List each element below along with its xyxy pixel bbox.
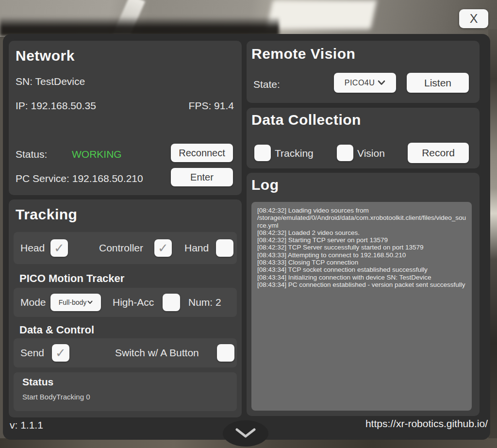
switch-a-button-label: Switch w/ A Button [115,347,199,359]
reconnect-button[interactable]: Reconnect [171,144,233,162]
state-label: State: [253,79,280,90]
log-entry: [08:43:33] Attempting to connect to 192.… [257,251,466,259]
tracking-panel: Tracking Head ✓ Controller ✓ Hand ✓ PICO… [9,199,242,417]
status-value: WORKING [72,149,122,160]
tracking-status-title: Status [22,376,53,388]
tracking-sources-row: Head ✓ Controller ✓ Hand ✓ [14,232,237,264]
log-entry: [08:42:32] TCP Server successfully start… [257,244,466,251]
chevron-down-icon [234,427,257,439]
pico-motion-tracker-row: Mode Full-body High-Acc ✓ Num: 2 [14,288,237,317]
device-dropdown[interactable]: PICO4U [334,73,396,93]
minimize-tab[interactable] [223,420,268,447]
chevron-down-icon [87,300,93,304]
log-entry: [08:43:34] TCP socket connection establi… [257,266,466,273]
send-label: Send [20,347,44,359]
log-title: Log [251,177,279,193]
serial-number: SN: TestDevice [16,76,85,87]
log-output[interactable]: [08:42:32] Loading video sources from /s… [251,202,472,411]
mode-label: Mode [20,297,46,308]
ceiling-light [267,0,377,29]
main-window: Network SN: TestDevice IP: 192.168.50.35… [3,34,490,440]
network-panel: Network SN: TestDevice IP: 192.168.50.35… [9,41,242,195]
check-icon: ✓ [158,242,168,254]
collect-vision-checkbox[interactable]: ✓ [337,145,353,161]
head-checkbox[interactable]: ✓ [50,239,68,257]
device-dropdown-value: PICO4U [345,79,375,87]
close-button[interactable]: X [459,9,488,28]
collect-tracking-label: Tracking [275,148,314,159]
chevron-down-icon [378,80,385,85]
controller-checkbox[interactable]: ✓ [154,239,172,257]
check-icon: ✓ [54,242,65,254]
log-panel: Log [08:42:32] Loading video sources fro… [247,173,480,416]
controller-label: Controller [99,242,143,254]
check-icon: ✓ [55,347,66,359]
tracking-status-message: Start BodyTracking 0 [22,393,90,401]
collect-vision-label: Vision [357,148,385,159]
mode-dropdown-value: Full-body [59,299,87,306]
tracking-title: Tracking [16,206,77,223]
data-control-row: Send ✓ Switch w/ A Button ✓ [14,338,237,367]
high-acc-label: High-Acc [113,297,154,308]
log-entry: [08:43:33] Closing TCP connection [257,259,466,266]
network-title: Network [16,48,75,64]
app-root: X Network SN: TestDevice IP: 192.168.50.… [0,0,497,448]
remote-vision-title: Remote Vision [251,46,355,62]
mode-dropdown[interactable]: Full-body [50,294,101,311]
hand-label: Hand [184,242,209,254]
log-entry: [08:43:34] Initializing connection with … [257,274,466,281]
status-label: Status: [16,149,47,160]
data-collection-panel: Data Collection ✓ Tracking ✓ Vision Reco… [247,108,480,168]
data-control-title: Data & Control [19,324,94,336]
send-checkbox[interactable]: ✓ [52,344,69,362]
log-entry: [08:43:34] PC connection established - v… [257,281,466,288]
record-button[interactable]: Record [408,143,469,163]
version-label: v: 1.1.1 [10,419,43,431]
log-entry: [08:42:32] Starting TCP server on port 1… [257,236,466,244]
ip-address: IP: 192.168.50.35 [16,100,96,112]
pc-service-address: PC Service: 192.168.50.210 [16,173,143,184]
head-label: Head [20,242,45,254]
tracking-status-box: Status Start BodyTracking 0 [14,372,237,411]
log-entry: [08:42:32] Loaded 2 video sources. [257,229,466,236]
high-acc-checkbox[interactable]: ✓ [163,294,180,311]
remote-vision-panel: Remote Vision State: PICO4U Listen [247,41,480,103]
pico-motion-tracker-title: PICO Motion Tracker [19,272,124,285]
fps-value: FPS: 91.4 [189,100,234,112]
data-collection-title: Data Collection [251,112,361,128]
num-label: Num: 2 [188,297,221,308]
ceiling-shadow [0,17,279,36]
enter-button[interactable]: Enter [171,168,233,186]
listen-button[interactable]: Listen [407,73,469,93]
collect-tracking-checkbox[interactable]: ✓ [254,145,271,161]
switch-a-button-checkbox[interactable]: ✓ [217,344,234,362]
website-url: https://xr-robotics.github.io/ [365,418,488,430]
log-entry: [08:42:32] Loading video sources from /s… [257,207,466,229]
hand-checkbox[interactable]: ✓ [216,239,233,257]
